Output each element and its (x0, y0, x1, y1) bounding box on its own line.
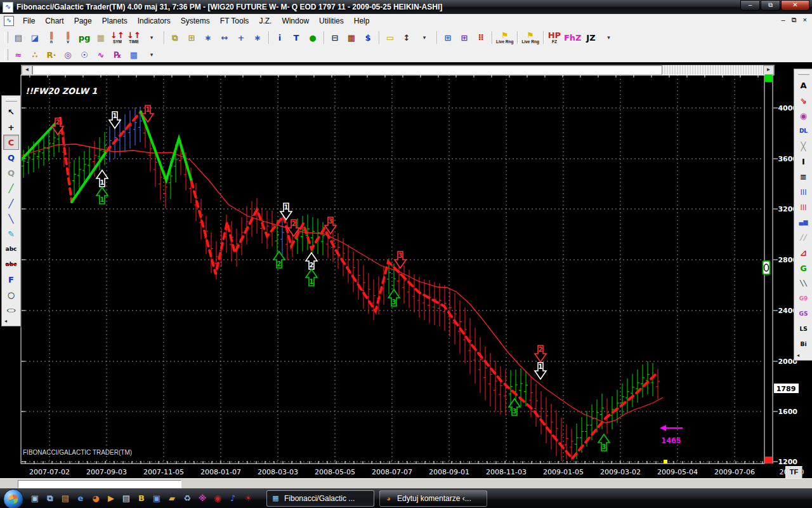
menu-item-planets[interactable]: Planets (97, 15, 133, 27)
quicklaunch-b-app-icon[interactable]: B (134, 491, 148, 505)
cross-lines-icon[interactable]: ╳ (796, 138, 811, 154)
price-chart[interactable]: 2111112322133213340003600320028002400200… (0, 62, 812, 478)
mdi-minimize-button[interactable]: – (782, 16, 785, 24)
new-chart-icon[interactable]: ▤ (11, 30, 26, 45)
select-arrow-icon[interactable]: ↖ (3, 104, 19, 119)
mdi-close-button[interactable]: × (803, 16, 807, 24)
print-icon[interactable]: ⊟ (327, 30, 343, 45)
jz-dropdown-icon[interactable]: ▾ (599, 30, 617, 45)
mdi-restore-button[interactable]: ⧉ (792, 16, 797, 24)
quicklaunch-computer-icon[interactable]: ▣ (150, 491, 164, 505)
toolbar-grip[interactable] (4, 32, 8, 43)
info-pointer-icon[interactable]: i (272, 30, 287, 45)
taskbar-button-1[interactable]: ▦Fibonacci/Galactic ... (266, 490, 374, 507)
expand-all-icon[interactable]: + (233, 30, 249, 45)
range-bottom-marker[interactable] (765, 457, 772, 464)
hp-fz-icon[interactable]: HPFZ (547, 30, 562, 45)
aspect-lines-icon[interactable]: ∿ (93, 47, 108, 62)
histogram-icon[interactable]: ▄▆ (796, 215, 811, 230)
minimize-button[interactable]: – (740, 0, 760, 11)
spiral-icon[interactable]: ◉ (796, 108, 811, 123)
taskbar-button-2[interactable]: ◕Edytuj komentarze ‹... (379, 490, 487, 507)
dollar-scale-icon[interactable]: $ (360, 30, 376, 45)
andrews-a-icon[interactable]: A (796, 77, 811, 93)
menu-item-help[interactable]: Help (349, 15, 375, 27)
quicklaunch-window-switcher-icon[interactable]: ⧉ (43, 491, 57, 505)
diagonal-lines-icon[interactable]: ╱╱ (796, 230, 811, 245)
mdi-child-icon[interactable]: ∿ (4, 16, 14, 26)
quicklaunch-notepad-icon[interactable]: ▤ (119, 491, 133, 505)
menu-item-indicators[interactable]: Indicators (133, 15, 176, 27)
planet-wheel-icon[interactable]: ☉ (77, 47, 92, 62)
horizontal-lines-icon[interactable]: ≡ (796, 169, 811, 184)
astro-curves-icon[interactable]: ≈ (11, 47, 26, 62)
compress-all-icon[interactable]: ∗ (250, 30, 265, 45)
bars-n-icon[interactable]: ‖n (44, 30, 59, 45)
menu-item-utilities[interactable]: Utilities (314, 15, 349, 27)
ls-tool-icon[interactable]: LS (796, 321, 811, 337)
arrange-pages-icon[interactable]: ⧉ (167, 30, 183, 45)
comment-edit-box[interactable] (18, 480, 181, 488)
planet-retrograde-icon[interactable]: R· (44, 47, 59, 62)
palette-grip[interactable] (798, 72, 809, 75)
marker-pen-icon[interactable]: ✎ (3, 226, 19, 241)
window-grid-icon[interactable]: ▦ (93, 30, 108, 45)
trendline-down-icon[interactable]: ╲ (3, 211, 19, 226)
time-scale-icon[interactable]: ↓↑TIME (126, 30, 141, 45)
quicklaunch-spider-app-icon[interactable]: ☀ (241, 491, 255, 505)
menu-item-ft-tools[interactable]: FT Tools (215, 15, 254, 27)
tile-windows-icon[interactable]: ⊞ (440, 30, 455, 45)
measure-dropdown-icon[interactable]: ▾ (416, 30, 433, 45)
restore-button[interactable]: ⧉ (761, 0, 780, 11)
triangle-icon[interactable]: ⊿ (796, 245, 811, 260)
menu-item-file[interactable]: File (18, 15, 40, 27)
palette-collapse-arrow[interactable]: ◂ (3, 318, 9, 324)
fan-lines-icon[interactable]: ╲╲ (796, 276, 811, 291)
compress-bars-icon[interactable]: ∗ (200, 30, 216, 45)
quicklaunch-media-colorful-icon[interactable]: ※ (195, 491, 209, 505)
vertical-lines-blue-icon[interactable]: ||| (796, 184, 811, 199)
grid-sheet-icon[interactable]: ▦ (126, 47, 141, 62)
bullseye-icon[interactable]: ◎ (60, 47, 75, 62)
open-chart-icon[interactable]: ◪ (27, 30, 43, 45)
quicklaunch-explorer-icon[interactable]: ▤ (58, 491, 72, 505)
astro-dropdown-icon[interactable]: ▾ (143, 47, 160, 62)
annotation-price-label[interactable]: 1465 (661, 436, 681, 445)
trendline-green-icon[interactable]: ╱ (3, 180, 19, 196)
quicklaunch-blue-figure-icon[interactable]: ♪ (226, 491, 240, 505)
quicklaunch-firefox-icon[interactable]: ◕ (89, 491, 103, 505)
fhz-icon[interactable]: FhZ (563, 30, 582, 45)
menu-item-chart[interactable]: Chart (40, 15, 69, 27)
palette-grip[interactable] (6, 98, 17, 102)
jz-icon[interactable]: JZ (583, 30, 598, 45)
menu-item-j-z-[interactable]: J.Z. (254, 15, 277, 27)
menu-item-systems[interactable]: Systems (176, 15, 215, 27)
angle-arrows-icon[interactable]: ⇘ (796, 93, 811, 108)
planet-dots-icon[interactable]: ∴ (27, 47, 43, 62)
text-delete-icon[interactable]: abc (3, 257, 19, 272)
zoom-region-icon[interactable]: Q (3, 150, 19, 165)
calendar-icon[interactable]: ▦ (344, 30, 359, 45)
quicklaunch-show-desktop-icon[interactable]: ▣ (28, 491, 42, 505)
quicklaunch-documents-folder-icon[interactable]: ▰ (165, 491, 179, 505)
close-button[interactable]: ✕ (781, 0, 809, 11)
crosshair-icon[interactable]: + (3, 119, 19, 135)
dotted-grid-icon[interactable]: ⠿ (473, 30, 488, 45)
range-top-marker[interactable] (765, 75, 772, 82)
start-button[interactable] (3, 489, 23, 508)
trendline-blue-icon[interactable]: ╱ (3, 196, 19, 211)
ruler-icon[interactable]: ▭ (383, 30, 398, 45)
gann-g-icon[interactable]: G (796, 260, 811, 276)
text-tool-icon[interactable]: T (289, 30, 304, 45)
bars-v-icon[interactable]: ‖v (60, 30, 75, 45)
quicklaunch-internet-explorer-icon[interactable]: e (74, 491, 88, 505)
menu-item-window[interactable]: Window (277, 15, 314, 27)
add-page-icon[interactable]: ⊞ (184, 30, 199, 45)
planet-p-tool-icon[interactable]: ℞ (110, 47, 125, 62)
traffic-light-icon[interactable]: ● (305, 30, 320, 45)
scale-dropdown-icon[interactable]: ▾ (143, 30, 160, 45)
g9-tool-icon[interactable]: G9 (796, 291, 811, 306)
live-range-blue-icon[interactable]: ⚑Live Rng (521, 30, 539, 45)
dl-tool-icon[interactable]: DL (796, 123, 811, 138)
live-range-red-icon[interactable]: ⚑Live Rng (495, 30, 514, 45)
